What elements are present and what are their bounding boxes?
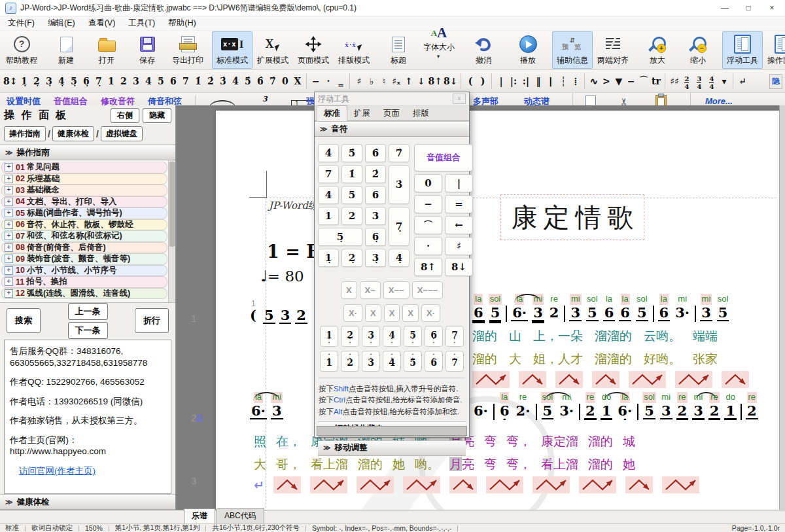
note[interactable]: mi3 xyxy=(569,294,582,321)
note-button-3̇[interactable]: 3̇ xyxy=(389,165,410,204)
note[interactable]: re2 xyxy=(584,392,597,419)
note-button-0[interactable]: 0 xyxy=(414,174,442,192)
lyric-word[interactable]: 康定溜 xyxy=(541,433,578,450)
note[interactable]: 2 xyxy=(295,296,307,324)
symbol-button-1[interactable]: 1̣ xyxy=(18,75,30,88)
percussion-button-X−−−[interactable]: X−−− xyxy=(412,281,443,299)
symbol-button-4[interactable]: 4̣ xyxy=(55,75,67,88)
help-tutorial-button[interactable]: ?帮助教程 xyxy=(1,31,42,69)
note-button-1[interactable]: 1 xyxy=(318,207,339,225)
float-window-resize-bar[interactable] xyxy=(317,426,467,436)
lyric-word[interactable]: 看上溜 xyxy=(311,456,348,473)
symbol-button-2[interactable]: 2̣ xyxy=(30,75,43,88)
symbol-button-53[interactable]: ⌒ xyxy=(637,74,650,88)
lyric-word[interactable]: 姐，人才 xyxy=(533,351,583,368)
lyric-word[interactable]: 溜的 xyxy=(472,351,497,368)
panel-tab-2[interactable]: 健康体检 xyxy=(52,126,94,141)
lyric-word[interactable]: 张家 xyxy=(693,351,718,368)
note-button-·[interactable]: · xyxy=(414,237,442,255)
high-octave-button-7[interactable]: ⁚7 xyxy=(445,351,464,372)
next-item-button[interactable]: 下一条 xyxy=(68,322,108,339)
note[interactable]: re2 xyxy=(548,294,561,320)
lyric-word[interactable]: 大 xyxy=(509,351,521,368)
symbol-button-57[interactable]: 24 xyxy=(680,71,693,92)
lyric-word[interactable]: 她 xyxy=(392,456,405,473)
minimize-button[interactable]: — xyxy=(713,1,737,15)
symbol-button-36[interactable]: 8↓ xyxy=(443,75,458,88)
note-button-2̣[interactable]: 2̣ xyxy=(341,249,362,267)
aux-info-button[interactable]: ⇵预 览辅助信息 xyxy=(552,31,593,69)
note[interactable]: 6· xyxy=(472,392,489,418)
symbol-button-33[interactable]: ↑ xyxy=(402,75,415,88)
symbol-button-15[interactable]: 1̇ xyxy=(192,75,204,88)
hide-panel-button[interactable]: 隐藏 xyxy=(143,108,171,123)
lyric-word[interactable]: 哥， xyxy=(276,456,301,473)
extend-mode-button[interactable]: X扩展模式 xyxy=(253,31,293,69)
symbol-button-17[interactable]: 3̇ xyxy=(217,75,229,88)
symbol-button-43[interactable]: :| xyxy=(519,75,532,88)
note[interactable]: re2· xyxy=(515,392,532,418)
symbol-button-47[interactable]: ⁞ xyxy=(569,75,582,88)
symbol-button-3[interactable]: 3̣ xyxy=(43,75,55,88)
guide-item-12[interactable]: +12弧线(连线、圆滑线、连音线) xyxy=(1,288,167,300)
expand-icon[interactable]: + xyxy=(5,289,13,298)
note[interactable]: sol5 xyxy=(716,294,730,321)
guide-item-11[interactable]: +11拍号、换拍 xyxy=(1,276,167,288)
note-button-7̣[interactable]: 7̣ xyxy=(389,207,410,246)
symbol-button-12[interactable]: 5 xyxy=(154,75,167,88)
symbol-button-45[interactable]: ❘ xyxy=(544,75,557,88)
dock-right-button[interactable]: 右侧 xyxy=(111,108,139,123)
note-button-7[interactable]: 7 xyxy=(318,165,339,183)
guide-item-04[interactable]: +04文档、导出、打印、导入 xyxy=(1,196,167,208)
expand-icon[interactable]: + xyxy=(5,186,13,194)
float-tab-标准[interactable]: 标准 xyxy=(317,105,347,121)
lyric-word[interactable]: 好哟。 xyxy=(644,351,681,368)
note[interactable]: re2 xyxy=(746,392,758,419)
lyric-word[interactable]: 端端 xyxy=(693,328,718,345)
note-button-6̇[interactable]: 6̇ xyxy=(365,144,386,162)
note[interactable]: la6 xyxy=(619,294,631,321)
symbol-button-52[interactable]: − xyxy=(625,75,637,88)
note-button-4̣[interactable]: 4̣ xyxy=(389,249,410,267)
note[interactable]: 5 xyxy=(263,296,275,324)
low-octave-button-5[interactable]: 5⁚ xyxy=(404,326,422,347)
symbol-button-35[interactable]: 8↑ xyxy=(427,75,442,88)
lyric-word[interactable]: 溜的 xyxy=(588,456,613,473)
note-button-♯[interactable]: ♯ xyxy=(445,237,473,255)
note-button-3[interactable]: 3 xyxy=(365,207,386,225)
note[interactable]: mi3· xyxy=(558,392,575,419)
note[interactable]: sol5 xyxy=(541,392,555,419)
note-button-4[interactable]: 4 xyxy=(318,186,339,204)
panel-tab-1[interactable]: 操作指南 xyxy=(4,126,46,141)
scrollbar-thumb[interactable] xyxy=(169,162,175,247)
guide-item-09[interactable]: +09装饰音(波音、颤音、顿音等) xyxy=(1,253,167,265)
note[interactable]: do1 xyxy=(724,392,737,419)
lyric-word[interactable]: 月亮 xyxy=(449,456,474,473)
layout-mode-button[interactable]: ẋ·ẋ排版模式 xyxy=(334,31,374,69)
font-size-button[interactable]: AA字体大小▾ xyxy=(419,31,459,69)
menu-item-3[interactable]: 查看(V) xyxy=(82,16,122,30)
low-octave-button-2[interactable]: 2⁚ xyxy=(341,326,359,347)
symbol-button-5[interactable]: 5̣ xyxy=(67,75,80,88)
float-tab-排版[interactable]: 排版 xyxy=(406,106,436,120)
lyric-word[interactable]: 城 xyxy=(623,433,635,450)
symbol-button-30[interactable]: ♭ xyxy=(365,75,377,88)
health-check-section[interactable]: ≫ 健康体检 xyxy=(0,494,175,510)
pickup-measure[interactable]: ( 5 3 2 xyxy=(247,296,319,324)
justify-button[interactable]: 两端对齐 xyxy=(593,31,633,69)
symbol-button-23[interactable]: X xyxy=(291,75,304,88)
save-button[interactable]: 保存 xyxy=(127,31,167,69)
undo-button[interactable]: 撤消 xyxy=(463,31,504,69)
note[interactable]: do1 xyxy=(601,392,613,419)
symbol-button-38[interactable]: ( xyxy=(464,75,476,88)
note-button-⌒[interactable]: ⌒ xyxy=(414,216,442,234)
lyric-word[interactable]: 弯， xyxy=(506,456,531,473)
symbol-button-31[interactable]: ♮ xyxy=(377,75,390,88)
symbol-button-60[interactable]: ▾ xyxy=(718,75,730,88)
guide-item-06[interactable]: +06音符、休止符、散板、锣鼓经 xyxy=(1,219,167,231)
note-button-3̣[interactable]: 3̣ xyxy=(365,249,386,267)
close-icon[interactable]: x xyxy=(453,94,466,104)
note[interactable]: mi3 xyxy=(692,392,705,419)
expand-icon[interactable]: + xyxy=(5,243,13,252)
note-button-8↓[interactable]: 8↓ xyxy=(445,258,473,276)
